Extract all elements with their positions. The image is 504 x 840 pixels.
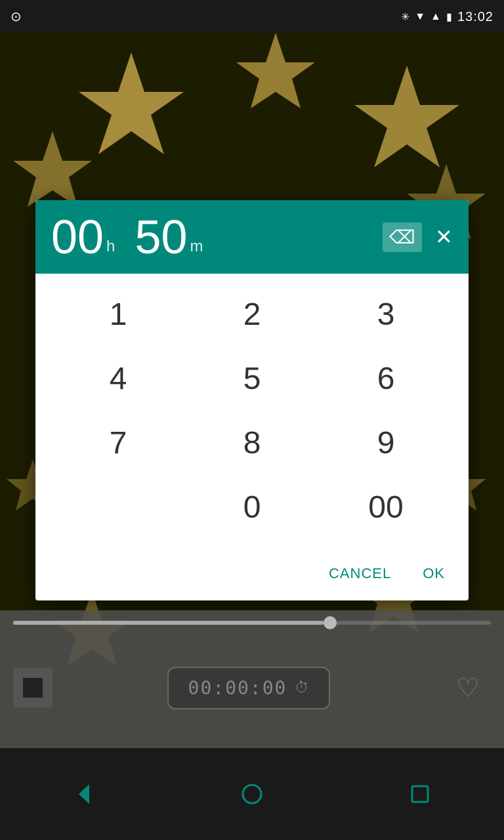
ok-button[interactable]: OK [415, 560, 453, 587]
signal-icon: ▲ [430, 10, 441, 22]
progress-thumb [324, 616, 337, 629]
heart-button[interactable]: ♡ [445, 665, 491, 711]
status-left: ⊙ [10, 9, 22, 24]
home-icon [239, 781, 265, 807]
numpad-row-3: 7 8 9 [51, 413, 453, 472]
time-picker-dialog: 00 h 50 m ⌫ ✕ 1 2 3 4 5 6 7 8 [35, 200, 469, 600]
numpad-8[interactable]: 8 [200, 413, 304, 472]
progress-bar-container[interactable] [13, 621, 491, 625]
close-button[interactable]: ✕ [435, 226, 453, 247]
nav-bar [0, 748, 504, 840]
numpad-row-1: 1 2 3 [51, 284, 453, 343]
numpad-7[interactable]: 7 [66, 413, 171, 472]
numpad-row-2: 4 5 6 [51, 348, 453, 408]
numpad-empty [66, 477, 171, 536]
status-time: 13:02 [457, 9, 494, 24]
numpad-6[interactable]: 6 [333, 348, 438, 408]
time-display: 00 h 50 m [51, 213, 383, 261]
timer-display[interactable]: 00:00:00 ⏱ [167, 667, 331, 709]
status-right: ✳ ▼ ▲ ▮ 13:02 [401, 9, 494, 24]
minutes-unit: m [190, 237, 203, 255]
home-button[interactable] [228, 770, 276, 818]
timer-text: 00:00:00 [188, 677, 287, 699]
minutes-value: 50 [135, 213, 187, 261]
battery-icon: ▮ [446, 10, 452, 23]
backspace-icon: ⌫ [389, 226, 415, 248]
header-actions: ⌫ ✕ [383, 222, 453, 252]
dialog-actions: CANCEL OK [35, 552, 469, 600]
bluetooth-icon: ✳ [401, 10, 410, 23]
numpad-5[interactable]: 5 [200, 348, 304, 408]
back-icon [71, 781, 97, 807]
stop-icon [23, 678, 43, 698]
numpad-1[interactable]: 1 [66, 284, 171, 343]
camera-icon: ⊙ [10, 9, 22, 24]
status-bar: ⊙ ✳ ▼ ▲ ▮ 13:02 [0, 0, 504, 33]
numpad-4[interactable]: 4 [66, 348, 171, 408]
timer-icon: ⏱ [295, 679, 309, 696]
player-controls: 00:00:00 ⏱ ♡ [13, 638, 491, 738]
svg-point-11 [243, 785, 261, 803]
hours-unit: h [106, 237, 115, 255]
numpad-2[interactable]: 2 [200, 284, 304, 343]
player-bar: 00:00:00 ⏱ ♡ [0, 610, 504, 748]
numpad-3[interactable]: 3 [333, 284, 438, 343]
heart-icon: ♡ [456, 673, 480, 703]
recent-icon [407, 781, 433, 807]
numpad-00[interactable]: 00 [333, 477, 438, 536]
numpad-9[interactable]: 9 [333, 413, 438, 472]
stop-button[interactable] [13, 668, 52, 707]
hours-value: 00 [51, 213, 104, 261]
numpad-0[interactable]: 0 [200, 477, 304, 536]
svg-marker-10 [79, 784, 89, 804]
back-button[interactable] [60, 770, 108, 818]
progress-bar-fill [13, 621, 324, 625]
backspace-button[interactable]: ⌫ [383, 222, 422, 252]
numpad-row-4: 0 00 [51, 477, 453, 536]
svg-rect-12 [412, 786, 428, 802]
recent-button[interactable] [396, 770, 444, 818]
close-icon: ✕ [435, 225, 453, 249]
cancel-button[interactable]: CANCEL [321, 560, 399, 587]
numpad: 1 2 3 4 5 6 7 8 9 0 00 [35, 274, 469, 552]
dialog-header: 00 h 50 m ⌫ ✕ [35, 200, 469, 274]
wifi-icon: ▼ [415, 10, 425, 22]
